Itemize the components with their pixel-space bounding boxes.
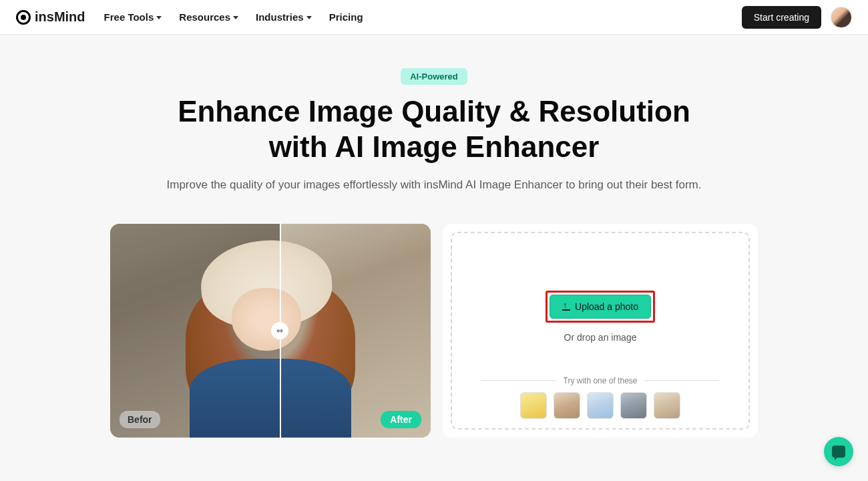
nav-label: Resources bbox=[179, 11, 230, 23]
hero-section: AI-Powered Enhance Image Quality & Resol… bbox=[0, 35, 868, 438]
upload-photo-button[interactable]: Upload a photo bbox=[550, 295, 651, 319]
user-avatar[interactable] bbox=[831, 7, 852, 28]
samples-label-row: Try with one of these bbox=[481, 376, 718, 385]
sample-thumbnail-5[interactable] bbox=[654, 392, 680, 419]
upload-button-highlight: Upload a photo bbox=[546, 291, 655, 323]
sample-thumbnails bbox=[520, 392, 680, 419]
nav-pricing[interactable]: Pricing bbox=[329, 11, 363, 23]
brand-logo[interactable]: insMind bbox=[16, 9, 85, 25]
after-label: After bbox=[381, 411, 421, 428]
sample-thumbnail-4[interactable] bbox=[620, 392, 647, 419]
chevron-down-icon bbox=[156, 16, 162, 19]
drop-hint-text: Or drop an image bbox=[564, 332, 637, 343]
divider-line bbox=[481, 380, 556, 381]
comparison-handle[interactable]: ⇔ bbox=[271, 322, 288, 339]
logo-icon bbox=[16, 10, 31, 25]
nav-resources[interactable]: Resources bbox=[179, 11, 238, 23]
title-line-2: with AI Image Enhancer bbox=[269, 130, 600, 163]
nav-industries[interactable]: Industries bbox=[256, 11, 312, 23]
chevron-down-icon bbox=[233, 16, 238, 19]
ai-powered-badge: AI-Powered bbox=[401, 68, 467, 85]
upload-dropzone[interactable]: Upload a photo Or drop an image Try with… bbox=[451, 232, 750, 430]
header-right: Start creating bbox=[742, 6, 852, 29]
before-after-preview[interactable]: ⇔ Befor After bbox=[110, 224, 431, 438]
chat-icon bbox=[832, 446, 845, 458]
chat-support-button[interactable] bbox=[824, 437, 853, 466]
upload-button-label: Upload a photo bbox=[575, 301, 638, 312]
upload-icon bbox=[562, 303, 570, 311]
preview-subject bbox=[174, 240, 367, 437]
sample-thumbnail-3[interactable] bbox=[587, 392, 614, 419]
subject-sweater bbox=[190, 359, 351, 438]
page-title: Enhance Image Quality & Resolution with … bbox=[178, 94, 690, 165]
chevron-down-icon bbox=[306, 16, 312, 19]
samples-label: Try with one of these bbox=[564, 376, 638, 385]
nav-label: Pricing bbox=[329, 11, 363, 23]
page-subtitle: Improve the quality of your images effor… bbox=[167, 178, 702, 192]
subject-face bbox=[232, 288, 301, 351]
upload-panel: Upload a photo Or drop an image Try with… bbox=[443, 224, 758, 438]
samples-section: Try with one of these bbox=[452, 376, 748, 419]
nav-free-tools[interactable]: Free Tools bbox=[104, 11, 162, 23]
nav-label: Industries bbox=[256, 11, 304, 23]
before-label: Befor bbox=[120, 411, 160, 428]
sample-thumbnail-1[interactable] bbox=[520, 392, 547, 419]
sample-thumbnail-2[interactable] bbox=[554, 392, 580, 419]
content-row: ⇔ Befor After Upload a photo Or drop an … bbox=[0, 224, 868, 438]
title-line-1: Enhance Image Quality & Resolution bbox=[178, 95, 690, 128]
start-creating-button[interactable]: Start creating bbox=[742, 6, 821, 29]
site-header: insMind Free Tools Resources Industries … bbox=[0, 0, 868, 35]
brand-name: insMind bbox=[35, 9, 85, 25]
divider-line bbox=[644, 380, 718, 381]
main-nav: Free Tools Resources Industries Pricing bbox=[104, 11, 742, 23]
nav-label: Free Tools bbox=[104, 11, 154, 23]
